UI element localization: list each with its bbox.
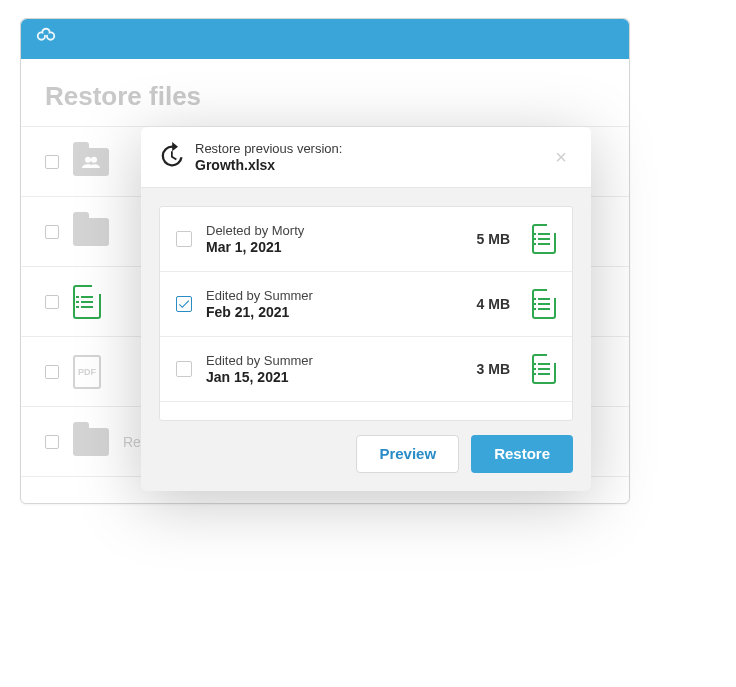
- top-bar: [21, 19, 629, 59]
- version-action: Edited by Summer: [206, 353, 463, 368]
- svg-point-1: [91, 156, 97, 162]
- row-checkbox[interactable]: [45, 365, 59, 379]
- svg-point-0: [85, 156, 91, 162]
- version-size: 3 MB: [477, 361, 510, 377]
- row-checkbox[interactable]: [45, 225, 59, 239]
- version-row[interactable]: Edited by Summer Feb 21, 2021 4 MB: [160, 272, 572, 337]
- modal-actions: Preview Restore: [141, 435, 591, 491]
- version-date: Jan 15, 2021: [206, 369, 463, 385]
- row-checkbox[interactable]: [45, 155, 59, 169]
- shared-folder-icon: [73, 147, 109, 177]
- version-checkbox[interactable]: [176, 296, 192, 312]
- spreadsheet-file-icon: [532, 224, 556, 254]
- version-row[interactable]: Deleted by Morty Mar 1, 2021 5 MB: [160, 207, 572, 272]
- page-title: Restore files: [21, 59, 629, 126]
- restore-button[interactable]: Restore: [471, 435, 573, 473]
- spreadsheet-file-icon: [73, 287, 109, 317]
- version-date: Mar 1, 2021: [206, 239, 463, 255]
- modal-filename: Growth.xlsx: [195, 157, 539, 175]
- modal-header: Restore previous version: Growth.xlsx ×: [141, 127, 591, 188]
- spreadsheet-file-icon: [532, 354, 556, 384]
- version-size: 4 MB: [477, 296, 510, 312]
- version-action: Deleted by Morty: [206, 223, 463, 238]
- row-checkbox[interactable]: [45, 295, 59, 309]
- close-icon[interactable]: ×: [549, 142, 573, 173]
- modal-title: Restore previous version:: [195, 141, 539, 157]
- folder-icon: [73, 217, 109, 247]
- app-window: Restore files PDF: [20, 18, 630, 504]
- version-size: 5 MB: [477, 231, 510, 247]
- spacer: [160, 402, 572, 420]
- brand-logo-icon: [35, 26, 57, 52]
- version-action: Edited by Summer: [206, 288, 463, 303]
- version-checkbox[interactable]: [176, 231, 192, 247]
- history-icon: [157, 142, 185, 174]
- version-date: Feb 21, 2021: [206, 304, 463, 320]
- pdf-file-icon: PDF: [73, 357, 109, 387]
- version-checkbox[interactable]: [176, 361, 192, 377]
- row-checkbox[interactable]: [45, 435, 59, 449]
- spreadsheet-file-icon: [532, 289, 556, 319]
- folder-icon: [73, 427, 109, 457]
- version-row[interactable]: Edited by Summer Jan 15, 2021 3 MB: [160, 337, 572, 402]
- preview-button[interactable]: Preview: [356, 435, 459, 473]
- version-list: Deleted by Morty Mar 1, 2021 5 MB Edited…: [159, 206, 573, 421]
- restore-version-modal: Restore previous version: Growth.xlsx × …: [141, 127, 591, 491]
